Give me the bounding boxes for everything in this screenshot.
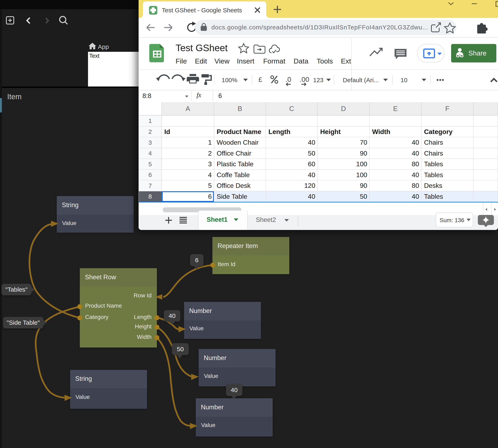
svg-text:.0: .0 xyxy=(285,75,291,83)
svg-text:.00: .00 xyxy=(299,75,309,83)
